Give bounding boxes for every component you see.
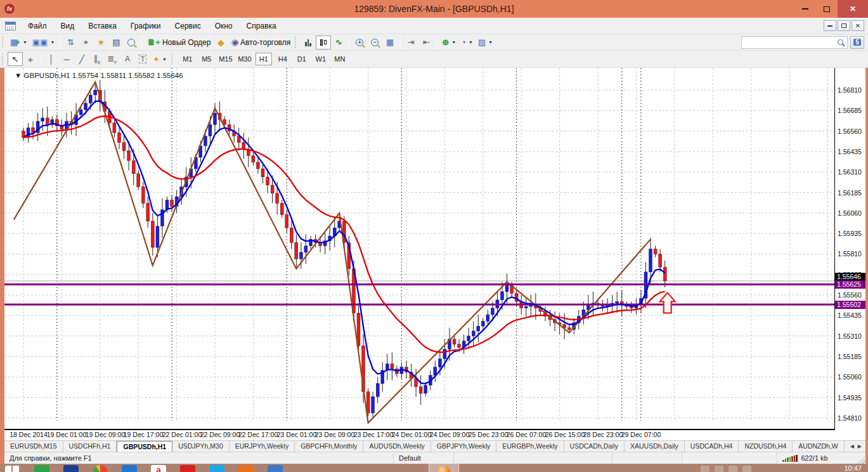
- menu-4[interactable]: Сервис: [168, 19, 208, 33]
- search-input[interactable]: [742, 37, 838, 48]
- tray-icon[interactable]: [729, 466, 737, 472]
- chart-tab-gbpjpyh[interactable]: GBPJPYh,Weekly: [431, 441, 496, 452]
- autotrading-button[interactable]: ◉⦸Авто-торговля: [228, 36, 293, 49]
- yandex-alpha-icon[interactable]: a: [151, 465, 166, 472]
- horizontal-line-button[interactable]: ─: [59, 52, 74, 66]
- zoom-in-button[interactable]: +: [352, 36, 367, 49]
- firefox-icon[interactable]: [238, 465, 254, 472]
- menu-1[interactable]: Вид: [54, 19, 82, 33]
- menu-2[interactable]: Вставка: [81, 19, 124, 33]
- price-axis[interactable]: 1.568101.566851.565601.564351.563101.561…: [834, 68, 865, 430]
- chart-tab-audusdh[interactable]: AUDUSDh,Weekly: [363, 441, 431, 452]
- chart-tab-eurusdh[interactable]: EURUSDh,M15: [4, 441, 63, 452]
- new-chart-button[interactable]: ▦+▼: [8, 36, 30, 49]
- chrome-icon[interactable]: [93, 465, 108, 472]
- chart-tab-gbpusdh[interactable]: GBPUSDh,H1: [117, 441, 172, 452]
- chart-tab-nzdusdh[interactable]: NZDUSDh,H4: [739, 441, 793, 452]
- chart-shift-button[interactable]: ⇤: [418, 36, 434, 49]
- fibonacci-button[interactable]: ≣F: [105, 52, 120, 66]
- timeframe-m1[interactable]: M1: [179, 53, 196, 65]
- toolbar-grip[interactable]: [2, 53, 5, 65]
- timeframe-w1[interactable]: W1: [313, 53, 329, 65]
- line-chart-button[interactable]: ∿: [331, 36, 346, 49]
- strategy-tester-button[interactable]: [124, 36, 139, 49]
- explorer-icon[interactable]: [268, 465, 283, 472]
- crosshair-tool-button[interactable]: +: [23, 52, 38, 66]
- chart-tab-gbpchfh[interactable]: GBPCHFh,Monthly: [295, 441, 363, 452]
- skype-icon[interactable]: [209, 465, 224, 472]
- tile-windows-button[interactable]: ▦: [382, 36, 398, 49]
- periods-button[interactable]: ◔▼: [458, 36, 476, 49]
- candlestick-chart-button[interactable]: [316, 36, 331, 49]
- navigator-button[interactable]: ★: [93, 36, 108, 49]
- timeframe-h4[interactable]: H4: [275, 53, 291, 65]
- menu-3[interactable]: Графики: [124, 19, 168, 33]
- chart-restore-button[interactable]: [838, 20, 850, 31]
- timeframe-d1[interactable]: D1: [294, 53, 310, 65]
- bar-chart-button[interactable]: [301, 36, 316, 49]
- yandex-browser-icon[interactable]: [180, 465, 195, 472]
- arrows-tool-button[interactable]: ✦▼: [150, 52, 169, 66]
- start-button[interactable]: [5, 466, 20, 472]
- terminal-button[interactable]: ▤: [108, 36, 124, 49]
- chart-minimize-button[interactable]: [824, 20, 836, 31]
- profiles-button[interactable]: ▣▣▼: [30, 36, 58, 49]
- channel-button[interactable]: ∥E: [89, 52, 105, 66]
- timeframe-m15[interactable]: M15: [217, 53, 234, 65]
- text-tool-button[interactable]: A: [120, 52, 135, 66]
- search-icon[interactable]: [838, 39, 843, 45]
- tray-icon[interactable]: [701, 466, 709, 472]
- onedrive-icon[interactable]: [122, 465, 137, 472]
- time-axis[interactable]: 18 Dec 201419 Dec 01:0019 Dec 09:0019 De…: [4, 430, 865, 440]
- chart-plot[interactable]: ▼ GBPUSDh,H1 1.55754 1.55811 1.55582 1.5…: [4, 68, 834, 430]
- status-cell: [454, 452, 612, 464]
- timeframe-m30[interactable]: M30: [236, 53, 253, 65]
- taskbar-clock[interactable]: 10:47: [844, 464, 862, 472]
- chart-close-button[interactable]: ✕: [852, 20, 864, 31]
- menu-5[interactable]: Окно: [208, 19, 240, 33]
- toolbar-grip[interactable]: [2, 37, 5, 48]
- text-label-button[interactable]: T: [135, 52, 150, 66]
- chart-tab-xauusdh[interactable]: XAUUSDh,Daily: [625, 441, 685, 452]
- word-icon[interactable]: [63, 465, 79, 472]
- tabs-scroll-right-icon[interactable]: ▶: [858, 443, 862, 449]
- auto-scroll-button[interactable]: ⇥: [403, 36, 418, 49]
- timeframe-m5[interactable]: M5: [198, 53, 215, 65]
- new-order-button[interactable]: 🗎+Новый Ордер: [145, 36, 213, 49]
- maximize-button[interactable]: [816, 0, 838, 18]
- tray-icon[interactable]: [715, 466, 723, 472]
- chart-tab-eurgbph[interactable]: EURGBPh,Weekly: [496, 441, 564, 452]
- tabs-scroll-left-icon[interactable]: ◀: [850, 443, 854, 449]
- data-window-button[interactable]: ⌖: [78, 36, 93, 49]
- chart-tab-usdchfh[interactable]: USDCHFh,H1: [63, 441, 117, 452]
- profile-selector[interactable]: Default: [394, 452, 454, 464]
- time-tick: 22 Dec 01:00: [162, 431, 202, 438]
- indicators-button[interactable]: ⊕▼: [439, 36, 458, 49]
- chart-tab-audnzdh[interactable]: AUDNZDh,W: [793, 441, 844, 452]
- timeframe-mn[interactable]: MN: [332, 53, 348, 65]
- community-button[interactable]: 5: [850, 36, 864, 49]
- chart-tab-usdjpyh[interactable]: USDJPYh,M30: [172, 441, 230, 452]
- cursor-tool-button[interactable]: ↖: [8, 52, 23, 66]
- timeframe-h1[interactable]: H1: [256, 53, 272, 65]
- market-watch-button[interactable]: ⇅: [63, 36, 78, 49]
- resize-grip[interactable]: [857, 452, 865, 464]
- chart-tab-usdcadh[interactable]: USDCADh,H4: [685, 441, 739, 452]
- trendline-button[interactable]: ╱: [74, 52, 89, 66]
- expert-advisors-icon[interactable]: ◆: [213, 36, 228, 49]
- close-button[interactable]: ✕: [838, 0, 868, 18]
- menu-0[interactable]: Файл: [21, 19, 54, 33]
- minimize-button[interactable]: [794, 0, 816, 18]
- vertical-line-button[interactable]: │: [44, 52, 59, 66]
- toolbar-grip[interactable]: [171, 53, 174, 65]
- chart-tab-eurjpyh[interactable]: EURJPYh,Weekly: [230, 441, 295, 452]
- store-icon[interactable]: [34, 465, 49, 472]
- menu-6[interactable]: Справка: [240, 19, 283, 33]
- templates-button[interactable]: ▨▼: [476, 36, 495, 49]
- taskbar-mt4-button[interactable]: [429, 464, 459, 472]
- tray-icon[interactable]: [742, 466, 751, 472]
- chart-tab-usdcadh[interactable]: USDCADh,Daily: [564, 441, 625, 452]
- zoom-out-button[interactable]: −: [367, 36, 382, 49]
- toolbar-grip[interactable]: [295, 37, 298, 48]
- chart-window-icon[interactable]: [5, 22, 16, 30]
